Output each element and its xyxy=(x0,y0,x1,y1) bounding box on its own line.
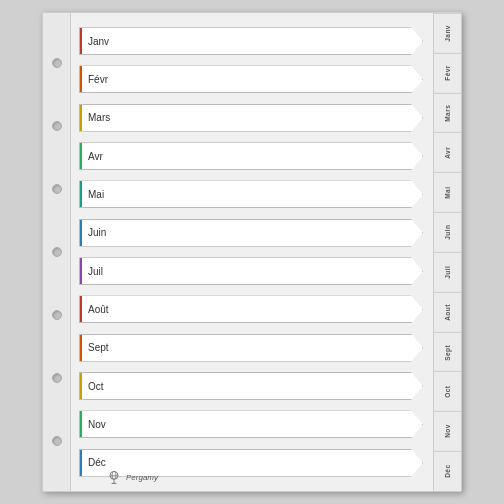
month-row-mars: Mars xyxy=(79,100,427,136)
month-row-sept: Sept xyxy=(79,330,427,366)
tab-aout: Aout xyxy=(434,292,461,332)
tab-fevr: Févr xyxy=(434,53,461,93)
hole-3 xyxy=(52,184,62,194)
tab-oct: Oct xyxy=(434,371,461,411)
hole-5 xyxy=(52,310,62,320)
month-row-janv: Janv xyxy=(79,23,427,59)
month-arrow-janv: Janv xyxy=(79,27,423,55)
tab-dec: Déc xyxy=(434,451,461,491)
hole-6 xyxy=(52,373,62,383)
month-arrow-nov: Nov xyxy=(79,410,423,438)
month-row-juil: Juil xyxy=(79,253,427,289)
month-label-dec: Déc xyxy=(80,457,106,468)
month-row-oct: Oct xyxy=(79,368,427,404)
tabs-column: JanvFévrMarsAvrMaiJuinJuilAoutSeptOctNov… xyxy=(433,13,461,491)
month-label-nov: Nov xyxy=(80,419,106,430)
month-label-oct: Oct xyxy=(80,381,104,392)
tab-janv: Janv xyxy=(434,13,461,53)
month-label-mars: Mars xyxy=(80,112,110,123)
month-label-fevr: Févr xyxy=(80,74,108,85)
month-row-fevr: Févr xyxy=(79,61,427,97)
months-list: JanvFévrMarsAvrMaiJuinJuilAoûtSeptOctNov… xyxy=(79,23,433,481)
month-arrow-avr: Avr xyxy=(79,142,423,170)
month-row-aout: Août xyxy=(79,291,427,327)
tab-juin: Juin xyxy=(434,212,461,252)
month-row-mai: Mai xyxy=(79,176,427,212)
month-row-juin: Juin xyxy=(79,215,427,251)
month-arrow-fevr: Févr xyxy=(79,65,423,93)
hole-punches xyxy=(43,13,71,491)
page: JanvFévrMarsAvrMaiJuinJuilAoûtSeptOctNov… xyxy=(42,12,462,492)
month-label-juin: Juin xyxy=(80,227,106,238)
month-arrow-juil: Juil xyxy=(79,257,423,285)
month-label-sept: Sept xyxy=(80,342,109,353)
month-arrow-juin: Juin xyxy=(79,219,423,247)
month-label-aout: Août xyxy=(80,304,109,315)
logo-icon xyxy=(106,469,122,485)
logo-text: Pergamy xyxy=(126,473,158,482)
month-label-mai: Mai xyxy=(80,189,104,200)
month-arrow-mai: Mai xyxy=(79,180,423,208)
month-row-nov: Nov xyxy=(79,406,427,442)
month-label-avr: Avr xyxy=(80,151,103,162)
logo-area: Pergamy xyxy=(106,469,158,485)
month-label-janv: Janv xyxy=(80,36,109,47)
tab-sept: Sept xyxy=(434,332,461,372)
hole-2 xyxy=(52,121,62,131)
tab-mars: Mars xyxy=(434,93,461,133)
month-arrow-sept: Sept xyxy=(79,334,423,362)
month-arrow-aout: Août xyxy=(79,295,423,323)
main-content: JanvFévrMarsAvrMaiJuinJuilAoûtSeptOctNov… xyxy=(71,13,433,491)
month-arrow-oct: Oct xyxy=(79,372,423,400)
hole-4 xyxy=(52,247,62,257)
tab-nov: Nov xyxy=(434,411,461,451)
hole-1 xyxy=(52,58,62,68)
month-row-avr: Avr xyxy=(79,138,427,174)
month-label-juil: Juil xyxy=(80,266,103,277)
tab-juil: Juil xyxy=(434,252,461,292)
hole-7 xyxy=(52,436,62,446)
tab-avr: Avr xyxy=(434,132,461,172)
tab-mai: Mai xyxy=(434,172,461,212)
month-arrow-mars: Mars xyxy=(79,104,423,132)
